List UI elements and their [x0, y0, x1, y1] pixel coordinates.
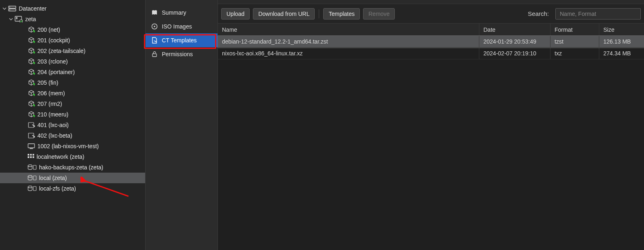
host-icon [15, 16, 23, 22]
subnav-label: ISO Images [162, 23, 192, 30]
ct-running-icon [28, 111, 35, 118]
svg-point-26 [154, 26, 155, 27]
tree-label: 207 (rm2) [37, 101, 62, 107]
tree-item[interactable]: 210 (meeru) [0, 109, 145, 120]
tree-item[interactable]: 205 (fin) [0, 77, 145, 88]
tree-item[interactable]: 202 (zeta-tailscale) [0, 46, 145, 56]
ct-running-icon [28, 101, 35, 107]
cell-format: tzst [550, 36, 599, 47]
tree-expander-empty [21, 122, 27, 128]
chevron-down-icon[interactable] [2, 6, 7, 11]
tree-expander-empty [21, 175, 27, 181]
tree-expander-empty [21, 69, 27, 75]
tree-item[interactable]: 402 (lxc-beta) [0, 130, 145, 141]
resource-tree: Datacenter zeta 200 (net)201 (cockpit)20… [0, 0, 146, 250]
table-row[interactable]: nixos-lxc-aoi.x86_64-linux.tar.xz2024-02… [218, 48, 644, 59]
tree-label: zeta [25, 16, 36, 22]
ct-running-icon [28, 37, 35, 44]
toolbar: Upload Download from URL Templates Remov… [218, 4, 644, 24]
table-row[interactable]: debian-12-standard_12.2-1_amd64.tar.zst2… [218, 36, 644, 48]
cell-size: 126.13 MB [599, 36, 644, 47]
search-label: Search: [528, 10, 549, 17]
tree-expander-empty [21, 164, 27, 170]
storage-icon [28, 186, 37, 191]
col-header-size[interactable]: Size [599, 24, 644, 35]
tree-expander-empty [21, 101, 27, 107]
tree-expander-empty [21, 37, 27, 43]
col-header-format[interactable]: Format [550, 24, 599, 35]
remove-button: Remove [363, 8, 395, 20]
subnav-item-iso-images[interactable]: ISO Images [146, 20, 218, 33]
toolbar-separator [319, 9, 319, 18]
search-input[interactable] [555, 8, 641, 20]
tree-item[interactable]: 204 (portainer) [0, 67, 145, 77]
network-icon [28, 154, 34, 160]
tree-node-zeta[interactable]: zeta [0, 14, 145, 24]
subnav-item-permissions[interactable]: Permissions [146, 47, 218, 61]
svg-rect-13 [30, 154, 32, 156]
svg-point-2 [9, 7, 10, 8]
cell-date: 2024-01-29 20:53:49 [479, 36, 550, 47]
svg-point-18 [28, 165, 32, 167]
grid-header: Name Date Format Size [218, 24, 644, 36]
tree-label: localnetwork (zeta) [37, 154, 85, 160]
tree-item[interactable]: 203 (rclone) [0, 56, 145, 67]
content-panel: Upload Download from URL Templates Remov… [218, 0, 644, 250]
col-header-date[interactable]: Date [479, 24, 550, 35]
chevron-down-icon[interactable] [8, 16, 14, 22]
upload-button[interactable]: Upload [221, 8, 250, 20]
download-from-url-button[interactable]: Download from URL [253, 8, 315, 20]
templates-button[interactable]: Templates [323, 8, 360, 20]
tree-root-datacenter[interactable]: Datacenter [0, 3, 145, 14]
tree-label: 200 (net) [37, 26, 60, 33]
cell-format: txz [550, 48, 599, 59]
subnav-item-ct-templates[interactable]: CT Templates [146, 33, 218, 47]
tree-label: 206 (mem) [37, 90, 65, 96]
cell-name: debian-12-standard_12.2-1_amd64.tar.zst [218, 36, 479, 47]
tree-item[interactable]: 201 (cockpit) [0, 35, 145, 46]
svg-rect-15 [28, 156, 29, 158]
cell-size: 274.34 MB [599, 48, 644, 59]
tree-item[interactable]: local-zfs (zeta) [0, 183, 145, 194]
tree-label: 204 (portainer) [37, 69, 75, 75]
svg-point-22 [28, 186, 32, 188]
tree-item[interactable]: 207 (rm2) [0, 99, 145, 109]
svg-rect-19 [33, 165, 36, 169]
tree-label: Datacenter [19, 5, 46, 12]
book-icon [150, 10, 159, 15]
tree-item[interactable]: localnetwork (zeta) [0, 151, 145, 162]
svg-rect-14 [33, 154, 34, 156]
ct-stopped-icon [28, 132, 35, 139]
subnav-label: Summary [162, 9, 186, 16]
tree-expander-empty [21, 90, 27, 96]
tree-item[interactable]: 1002 (lab-nixos-vm-test) [0, 141, 145, 151]
cell-date: 2024-02-07 20:19:10 [479, 48, 550, 59]
tree-item[interactable]: hako-backups-zeta (zeta) [0, 162, 145, 173]
ct-running-icon [28, 69, 35, 75]
tree-item[interactable]: 401 (lxc-aoi) [0, 120, 145, 130]
subnav-label: Permissions [162, 51, 193, 57]
unlock-icon [150, 51, 159, 57]
ct-running-icon [28, 48, 35, 54]
col-header-name[interactable]: Name [218, 24, 479, 35]
tree-item[interactable]: local (zeta) [0, 173, 145, 183]
svg-rect-6 [16, 18, 17, 19]
svg-rect-16 [30, 156, 32, 158]
tree-label: local (zeta) [39, 175, 67, 181]
tree-expander-empty [21, 112, 27, 117]
svg-point-3 [9, 10, 10, 11]
tree-label: 205 (fin) [37, 79, 58, 86]
tree-expander-empty [21, 143, 27, 149]
tree-expander-empty [21, 59, 27, 64]
tree-label: 202 (zeta-tailscale) [37, 48, 85, 54]
tree-item[interactable]: 206 (mem) [0, 88, 145, 99]
svg-rect-5 [16, 17, 17, 18]
subnav-item-summary[interactable]: Summary [146, 6, 218, 20]
tree-item[interactable]: 200 (net) [0, 24, 145, 35]
cell-name: nixos-lxc-aoi.x86_64-linux.tar.xz [218, 48, 479, 59]
storage-icon [28, 164, 37, 170]
content-topbar [218, 0, 644, 4]
tree-label: 201 (cockpit) [37, 37, 70, 44]
file-icon [150, 37, 159, 44]
tree-label: hako-backups-zeta (zeta) [39, 164, 103, 171]
